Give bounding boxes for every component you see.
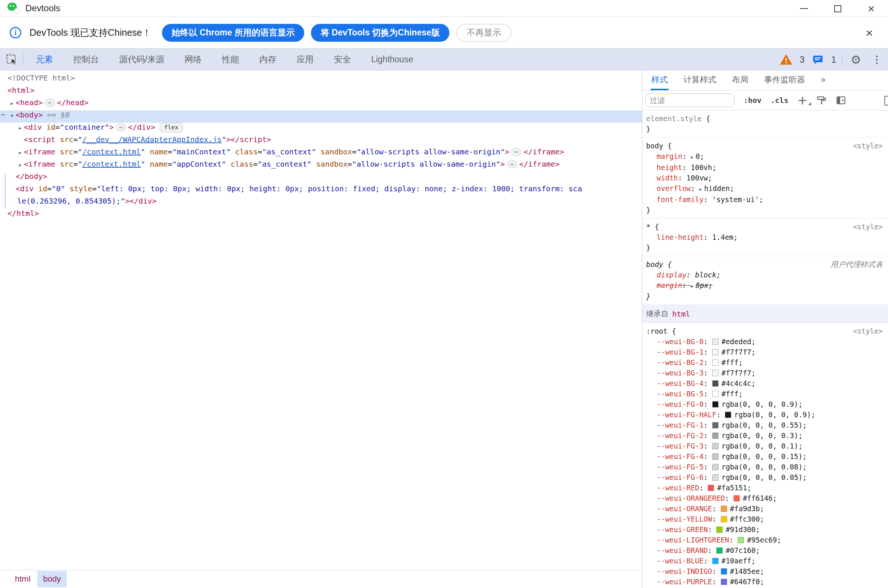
more-options-button[interactable]: ⋮ <box>869 51 884 68</box>
dom-tree-row[interactable]: <script src="/__dev__/WAPCAdapterAppInde… <box>0 135 642 147</box>
css-property[interactable]: --weui-BLUE: #10aeff; <box>646 555 883 566</box>
css-property[interactable]: --weui-LIGHTGREEN: #95ec69; <box>646 535 883 545</box>
css-property[interactable]: --weui-PURPLE: #6467f0; <box>646 576 883 587</box>
dom-tree-row[interactable]: <div id="0" style="left: 0px; top: 0px; … <box>0 184 642 196</box>
toggle-classes-button[interactable]: .cls <box>771 96 788 105</box>
dom-tree-row[interactable]: </body> <box>0 172 642 184</box>
tab-元素[interactable]: 元素 <box>26 49 63 70</box>
color-swatch[interactable] <box>712 464 718 470</box>
breadcrumb-item-html[interactable]: html <box>9 571 36 587</box>
css-property[interactable]: font-family: 'system-ui'; <box>646 194 883 205</box>
styles-tab-样式[interactable]: 样式 <box>650 70 668 90</box>
css-property[interactable]: --weui-ORANGERED: #ff6146; <box>646 493 883 503</box>
stylesheet-origin-link[interactable]: <style> <box>853 141 883 151</box>
color-swatch[interactable] <box>712 349 718 356</box>
clipped-toolbar-icon[interactable] <box>884 96 888 105</box>
css-property[interactable]: --weui-FG-1: rgba(0, 0, 0, 0.55); <box>646 420 883 430</box>
stylesheet-origin-link[interactable]: <style> <box>853 222 883 232</box>
css-property[interactable]: --weui-FG-3: rgba(0, 0, 0, 0.1); <box>646 441 883 451</box>
color-swatch[interactable] <box>712 359 718 366</box>
color-swatch[interactable] <box>733 495 740 501</box>
color-swatch[interactable] <box>712 370 718 376</box>
dom-tree-row[interactable]: ▸<head>⋯</head> <box>0 98 642 110</box>
color-swatch[interactable] <box>712 443 718 449</box>
ellipsis-expand-button[interactable]: ⋯ <box>116 123 126 131</box>
color-swatch[interactable] <box>721 568 727 574</box>
css-property[interactable]: --weui-BG-5: #fff; <box>646 388 883 399</box>
ellipsis-expand-button[interactable]: ⋯ <box>512 148 522 156</box>
dom-tree-row[interactable]: ⋯▾<body> == $0 <box>0 110 642 123</box>
tab-应用[interactable]: 应用 <box>286 49 324 70</box>
maximize-button[interactable] <box>821 0 854 17</box>
warnings-button[interactable] <box>779 51 793 68</box>
css-property[interactable]: --weui-FG-HALF: rgba(0, 0, 0, 0.9); <box>646 410 883 420</box>
css-property[interactable]: --weui-INDIGO: #1485ee; <box>646 566 883 576</box>
css-selector[interactable]: * <box>646 222 650 232</box>
issues-button[interactable] <box>810 51 825 68</box>
css-property[interactable]: --weui-BG-2: #fff; <box>646 357 883 368</box>
dom-tree-row[interactable]: le(0.263296, 0.854305);"></div> <box>0 196 642 209</box>
css-property[interactable]: --weui-BG-1: #f7f7f7; <box>646 347 883 357</box>
css-property[interactable]: --weui-RED: #fa5151; <box>646 483 883 493</box>
css-selector[interactable]: body <box>646 259 663 270</box>
expand-arrow-icon[interactable]: ▸ <box>699 186 702 192</box>
color-swatch[interactable] <box>712 558 718 564</box>
styles-tab-计算样式[interactable]: 计算样式 <box>683 70 717 90</box>
css-property[interactable]: --weui-FG-0: rgba(0, 0, 0, 0.9); <box>646 399 883 410</box>
styles-tab-事件监听器[interactable]: 事件监听器 <box>763 70 806 90</box>
flex-badge[interactable]: flex <box>160 123 183 132</box>
color-swatch[interactable] <box>712 391 718 397</box>
styles-tab-»[interactable]: » <box>820 70 826 90</box>
breadcrumb-item-body[interactable]: body <box>37 571 67 587</box>
toggle-sidebar-button[interactable] <box>836 95 846 105</box>
css-selector[interactable]: :root <box>646 326 667 336</box>
tab-控制台[interactable]: 控制台 <box>63 49 109 70</box>
inherited-node-link[interactable]: html <box>672 309 690 318</box>
styles-tab-布局[interactable]: 布局 <box>731 70 749 90</box>
color-swatch[interactable] <box>721 506 727 512</box>
expand-arrow-icon[interactable]: ▸ <box>691 154 694 160</box>
css-property[interactable]: --weui-ORANGE: #fa9d3b; <box>646 503 883 514</box>
css-property[interactable]: --weui-BG-0: #ededed; <box>646 336 883 347</box>
css-property[interactable]: --weui-BG-3: #f7f7f7; <box>646 368 883 378</box>
expand-arrow-icon[interactable]: ▸ <box>17 150 24 156</box>
tab-内存[interactable]: 内存 <box>249 49 286 70</box>
color-swatch[interactable] <box>712 474 718 481</box>
inspect-element-button[interactable] <box>0 49 23 70</box>
css-property[interactable]: --weui-FG-2: rgba(0, 0, 0, 0.3); <box>646 430 883 441</box>
css-property[interactable]: margin: ▸0; <box>646 151 883 162</box>
row-menu-icon[interactable]: ⋯ <box>1 110 5 118</box>
css-property[interactable]: --weui-FG-5: rgba(0, 0, 0, 0.08); <box>646 462 883 472</box>
color-swatch[interactable] <box>712 422 718 428</box>
css-property[interactable]: --weui-BG-4: #4c4c4c; <box>646 378 883 388</box>
dont-show-again-button[interactable]: 不再显示 <box>456 24 512 42</box>
style-filter-input[interactable] <box>645 94 734 107</box>
stylesheet-origin-link[interactable]: 用户代理样式表 <box>831 259 883 270</box>
css-property[interactable]: --weui-FG-4: rgba(0, 0, 0, 0.15); <box>646 451 883 462</box>
settings-button[interactable]: ⚙ <box>849 51 863 68</box>
color-swatch[interactable] <box>721 516 727 522</box>
color-swatch[interactable] <box>725 412 731 418</box>
dom-tree-row[interactable]: <html> <box>0 86 642 98</box>
stylesheet-origin-link[interactable]: <style> <box>853 326 883 336</box>
css-property[interactable]: --weui-GREEN: #91d300; <box>646 524 883 535</box>
dom-tree-row[interactable]: ▸<div id="container">⋯</div>flex <box>0 123 642 135</box>
rendering-brush-button[interactable] <box>816 95 827 105</box>
ellipsis-expand-button[interactable]: ⋯ <box>44 99 55 106</box>
minimize-button[interactable] <box>787 0 821 17</box>
switch-devtools-language-button[interactable]: 将 DevTools 切换为Chinese版 <box>311 24 449 42</box>
color-swatch[interactable] <box>737 537 744 543</box>
tab-安全[interactable]: 安全 <box>324 49 361 70</box>
ellipsis-expand-button[interactable]: ⋯ <box>507 160 517 168</box>
use-chrome-language-button[interactable]: 始终以 Chrome 所用的语言显示 <box>162 24 305 42</box>
color-swatch[interactable] <box>712 339 718 345</box>
tab-Lighthouse[interactable]: Lighthouse <box>361 49 423 70</box>
expand-arrow-icon[interactable]: ▾ <box>8 112 16 118</box>
dom-tree-row[interactable]: <!DOCTYPE html> <box>0 74 642 86</box>
new-style-rule-button[interactable]: + <box>797 94 807 106</box>
expand-arrow-icon[interactable]: ▸ <box>17 125 24 131</box>
css-property[interactable]: margin: ▸8px; <box>646 280 883 291</box>
expand-arrow-icon[interactable]: ▸ <box>8 100 16 106</box>
color-swatch[interactable] <box>712 401 718 408</box>
infobar-close-button[interactable]: × <box>860 24 878 42</box>
